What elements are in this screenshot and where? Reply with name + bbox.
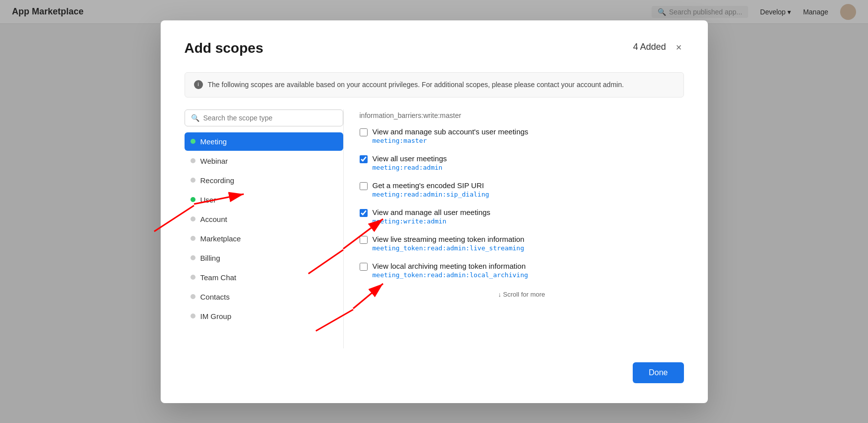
modal-footer: Done [185, 362, 684, 383]
scope-search-icon: 🔍 [191, 114, 199, 122]
add-scopes-modal: Add scopes 4 Added × i The following sco… [161, 20, 708, 403]
scope-option-label-view-live-streaming: View live streaming meeting token inform… [373, 235, 525, 243]
scope-item-meeting[interactable]: Meeting [185, 132, 343, 151]
scope-option-view-all-user: View all user meetingsmeeting:read:admin [360, 154, 684, 171]
scope-dot-billing [191, 255, 195, 260]
scope-search-box[interactable]: 🔍 [185, 109, 343, 126]
modal-overlay: Add scopes 4 Added × i The following sco… [0, 0, 868, 423]
added-count: 4 Added [633, 42, 666, 52]
info-icon: i [194, 80, 203, 89]
scope-item-contacts[interactable]: Contacts [185, 288, 343, 306]
scope-list: MeetingWebinarRecordingUserAccountMarket… [185, 132, 343, 348]
scope-label-imgroup: IM Group [200, 312, 232, 320]
scope-option-label-view-manage-all: View and manage all user meetings [373, 208, 490, 216]
scope-label-webinar: Webinar [200, 157, 228, 165]
scope-option-view-manage-all: View and manage all user meetingsmeeting… [360, 208, 684, 225]
scope-label-meeting: Meeting [200, 137, 227, 146]
scope-dot-imgroup [191, 314, 195, 318]
scope-item-account[interactable]: Account [185, 210, 343, 228]
scope-item-webinar[interactable]: Webinar [185, 152, 343, 170]
scope-header-text: information_barriers:write:master [360, 109, 684, 119]
scope-label-account: Account [200, 215, 227, 223]
scope-dot-account [191, 216, 195, 221]
scope-item-imgroup[interactable]: IM Group [185, 307, 343, 325]
scope-option-get-sip-uri: Get a meeting's encoded SIP URImeeting:r… [360, 181, 684, 198]
scope-dot-contacts [191, 294, 195, 299]
scope-item-billing[interactable]: Billing [185, 249, 343, 267]
scope-options-container: View and manage sub account's user meeti… [360, 127, 684, 279]
scope-option-code-get-sip-uri: meeting:read:admin:sip_dialing [373, 191, 489, 198]
info-banner-text: The following scopes are available based… [208, 80, 624, 90]
checkbox-get-sip-uri[interactable] [360, 182, 368, 190]
scope-item-user[interactable]: User [185, 191, 343, 209]
scope-dot-marketplace [191, 236, 195, 241]
scope-dot-teamchat [191, 275, 195, 280]
modal-header: Add scopes 4 Added × [185, 40, 684, 56]
scope-label-contacts: Contacts [200, 293, 230, 301]
scope-option-code-view-manage-sub: meeting:master [373, 137, 529, 144]
scope-list-inner: MeetingWebinarRecordingUserAccountMarket… [185, 132, 343, 325]
scope-option-code-view-manage-all: meeting:write:admin [373, 217, 490, 225]
scope-option-label-view-all-user: View all user meetings [373, 154, 447, 163]
scope-search-input[interactable] [203, 114, 337, 122]
scope-option-view-live-streaming: View live streaming meeting token inform… [360, 235, 684, 252]
done-button[interactable]: Done [633, 362, 683, 383]
info-banner: i The following scopes are available bas… [185, 72, 684, 98]
scope-dot-webinar [191, 158, 195, 163]
right-panel: information_barriers:write:master View a… [344, 109, 684, 348]
scope-label-marketplace: Marketplace [200, 234, 241, 243]
scope-option-label-view-manage-sub: View and manage sub account's user meeti… [373, 127, 529, 136]
close-button[interactable]: × [674, 40, 684, 54]
content-area: 🔍 MeetingWebinarRecordingUserAccountMark… [185, 109, 684, 348]
scope-label-recording: Recording [200, 176, 234, 185]
scope-label-billing: Billing [200, 254, 220, 262]
modal-header-right: 4 Added × [633, 40, 684, 54]
scope-label-user: User [200, 196, 216, 204]
checkbox-view-all-user[interactable] [360, 155, 368, 163]
scope-dot-recording [191, 178, 195, 183]
scope-dot-meeting [191, 139, 195, 144]
scope-item-recording[interactable]: Recording [185, 171, 343, 190]
scope-option-label-view-local-archiving: View local archiving meeting token infor… [373, 262, 528, 270]
scope-item-teamchat[interactable]: Team Chat [185, 268, 343, 287]
checkbox-view-manage-all[interactable] [360, 209, 368, 217]
scope-option-label-get-sip-uri: Get a meeting's encoded SIP URI [373, 181, 489, 190]
scope-option-code-view-local-archiving: meeting_token:read:admin:local_archiving [373, 271, 528, 279]
scroll-more-text: ↓ Scroll for more [360, 289, 684, 300]
scope-option-code-view-live-streaming: meeting_token:read:admin:live_streaming [373, 244, 525, 252]
checkbox-view-local-archiving[interactable] [360, 263, 368, 271]
scope-option-view-local-archiving: View local archiving meeting token infor… [360, 262, 684, 279]
scope-dot-user [191, 197, 195, 202]
checkbox-view-live-streaming[interactable] [360, 236, 368, 244]
scope-item-marketplace[interactable]: Marketplace [185, 229, 343, 248]
checkbox-view-manage-sub[interactable] [360, 128, 368, 136]
scope-option-view-manage-sub: View and manage sub account's user meeti… [360, 127, 684, 144]
modal-title: Add scopes [185, 40, 264, 56]
scope-label-teamchat: Team Chat [200, 273, 237, 282]
left-panel: 🔍 MeetingWebinarRecordingUserAccountMark… [185, 109, 344, 348]
scope-option-code-view-all-user: meeting:read:admin [373, 164, 447, 171]
